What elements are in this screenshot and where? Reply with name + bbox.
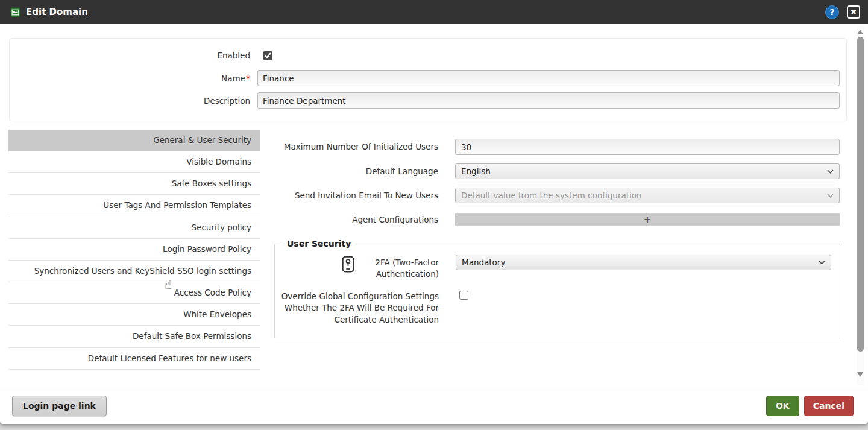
add-agent-configuration-button[interactable]: +: [455, 213, 840, 226]
sidebar-item-default-safe-box-permissions[interactable]: Default Safe Box Permissions: [8, 326, 260, 347]
override-2fa-control: [456, 288, 831, 302]
sidebar-item-general-user-security[interactable]: General & User Security: [8, 130, 260, 151]
tfa-value: Mandatory: [462, 258, 505, 267]
description-row: Description: [10, 92, 846, 109]
enabled-label: Enabled: [10, 51, 254, 60]
tfa-label-group: 2FA (Two-Factor Authentication): [275, 255, 439, 280]
invitation-email-row: Send Invitation Email To New Users Defau…: [274, 188, 840, 203]
invitation-email-value: Default value from the system configurat…: [461, 191, 642, 200]
close-button[interactable]: ✖: [847, 5, 860, 19]
sidebar-item-login-password-policy[interactable]: Login Password Policy: [8, 239, 260, 261]
name-label: Name*: [10, 74, 254, 83]
tfa-row: 2FA (Two-Factor Authentication) Mandator…: [275, 255, 831, 280]
plus-icon: +: [644, 214, 652, 225]
help-button[interactable]: ?: [825, 5, 839, 19]
tfa-select[interactable]: Mandatory: [456, 255, 831, 270]
enabled-checkbox[interactable]: [263, 51, 272, 60]
enabled-row: Enabled: [10, 51, 846, 60]
sidebar-item-default-licensed-features[interactable]: Default Licensed Features for new users: [8, 348, 260, 370]
invitation-email-label: Send Invitation Email To New Users: [274, 188, 438, 201]
default-language-value: English: [461, 166, 491, 176]
general-panel: Enabled Name* Description: [9, 38, 847, 121]
default-language-label: Default Language: [274, 163, 438, 177]
dialog-content: Enabled Name* Description General & User: [0, 24, 868, 387]
cancel-button[interactable]: Cancel: [804, 396, 854, 416]
sidebar-item-access-code-policy[interactable]: Access Code Policy: [8, 282, 260, 304]
description-control: [254, 92, 840, 109]
chevron-down-icon: [819, 261, 825, 265]
sidebar-item-visible-domains[interactable]: Visible Domains: [8, 151, 260, 173]
agent-configurations-control: +: [455, 212, 840, 226]
scroll-up-arrow-icon[interactable]: [857, 30, 863, 34]
scroll-down-arrow-icon[interactable]: [857, 372, 863, 377]
max-users-input[interactable]: [455, 139, 840, 155]
edit-domain-dialog: Edit Domain ? ✖ Enabled Name*: [0, 0, 868, 424]
vertical-scrollbar: [857, 26, 864, 385]
dialog-title: Edit Domain: [26, 7, 88, 17]
sidebar-item-white-envelopes[interactable]: White Envelopes: [8, 304, 260, 326]
invitation-email-control: Default value from the system configurat…: [455, 188, 840, 203]
safe-box-icon: [10, 7, 20, 17]
title-bar: Edit Domain ? ✖: [0, 0, 868, 24]
user-security-legend: User Security: [282, 239, 356, 248]
chevron-down-icon: [827, 194, 834, 198]
ok-button[interactable]: OK: [766, 396, 799, 416]
tfa-label: 2FA (Two-Factor Authentication): [359, 255, 439, 280]
question-icon: ?: [829, 7, 834, 17]
default-language-select[interactable]: English: [455, 163, 840, 179]
scrollbar-thumb[interactable]: [857, 37, 864, 352]
sidebar-item-security-policy[interactable]: Security policy: [8, 217, 260, 239]
override-2fa-label: Override Global Configuration Settings W…: [275, 288, 439, 325]
general-user-security-form: Maximum Number Of Initialized Users Defa…: [274, 139, 840, 338]
close-icon: ✖: [851, 8, 857, 16]
enabled-control: [254, 51, 840, 60]
dialog-footer: Login page link OK Cancel: [0, 387, 868, 424]
max-users-label: Maximum Number Of Initialized Users: [274, 139, 438, 153]
override-2fa-checkbox[interactable]: [459, 291, 468, 300]
required-asterisk: *: [246, 74, 250, 83]
agent-configurations-label: Agent Configurations: [274, 212, 438, 226]
max-users-row: Maximum Number Of Initialized Users: [274, 139, 840, 155]
description-label: Description: [10, 96, 254, 106]
sidebar-item-safe-boxes-settings[interactable]: Safe Boxes settings: [8, 173, 260, 195]
agent-configurations-row: Agent Configurations +: [274, 212, 840, 226]
chevron-down-icon: [827, 169, 834, 174]
description-input[interactable]: [257, 92, 840, 109]
settings-tab-list: General & User Security Visible Domains …: [8, 130, 260, 370]
name-row: Name*: [10, 70, 846, 86]
sidebar-item-synchronized-users-keyshield[interactable]: Synchronized Users and KeyShield SSO log…: [8, 261, 260, 282]
login-page-link-button[interactable]: Login page link: [12, 396, 107, 416]
user-security-fieldset: User Security 2FA (Two-Factor Authentica…: [274, 239, 840, 338]
two-factor-token-icon: [342, 256, 354, 273]
sidebar-item-user-tags-permission-templates[interactable]: User Tags And Permission Templates: [8, 195, 260, 217]
default-language-control: English: [455, 163, 840, 179]
default-language-row: Default Language English: [274, 163, 840, 179]
name-input[interactable]: [257, 70, 840, 86]
max-users-control: [455, 139, 840, 155]
override-2fa-row: Override Global Configuration Settings W…: [275, 288, 831, 325]
tfa-control: Mandatory: [456, 255, 831, 270]
invitation-email-select: Default value from the system configurat…: [455, 188, 840, 203]
name-control: [254, 70, 840, 86]
